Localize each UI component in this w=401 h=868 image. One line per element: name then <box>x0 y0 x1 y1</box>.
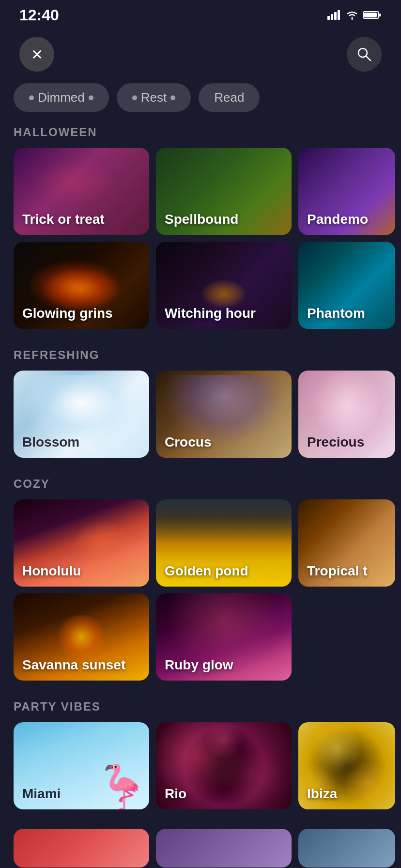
card-label-witching-hour: Witching hour <box>165 306 256 321</box>
card-pandemo[interactable]: Pandemo <box>298 148 395 235</box>
cozy-row-2: Savanna sunset Ruby glow <box>0 593 401 681</box>
scroll-content: HALLOWEEN Trick or treat Spellbound Pand… <box>0 125 401 868</box>
card-label-honolulu: Honolulu <box>22 563 81 579</box>
card-label-precious: Precious <box>307 434 364 450</box>
card-honolulu[interactable]: Honolulu <box>14 499 149 587</box>
card-label-trick-or-treat: Trick or treat <box>22 212 105 227</box>
status-bar: 12:40 <box>0 0 401 27</box>
refreshing-row-1: Blossom Crocus Precious <box>0 371 401 458</box>
card-tropical[interactable]: Tropical t <box>298 499 395 587</box>
card-miami[interactable]: 🦩 Miami <box>14 722 149 809</box>
card-ibiza[interactable]: Ibiza <box>298 722 395 809</box>
section-refreshing: REFRESHING Blossom Crocus Precious <box>0 348 401 458</box>
wifi-icon <box>346 10 358 20</box>
card-label-ruby-glow: Ruby glow <box>165 657 233 673</box>
svg-rect-3 <box>338 10 340 20</box>
filter-row: Dimmed Rest Read <box>0 83 401 125</box>
close-icon: ✕ <box>31 46 43 63</box>
card-label-savanna-sunset: Savanna sunset <box>22 657 125 673</box>
card-witching-hour[interactable]: Witching hour <box>156 242 292 329</box>
halloween-row-2: Glowing grins Witching hour Phantom <box>0 242 401 329</box>
svg-rect-5 <box>379 14 381 16</box>
card-crocus[interactable]: Crocus <box>156 371 292 458</box>
card-label-phantom: Phantom <box>307 306 365 321</box>
close-button[interactable]: ✕ <box>19 37 54 72</box>
filter-dimmed-label: Dimmed <box>38 90 85 105</box>
card-label-golden-pond: Golden pond <box>165 563 248 579</box>
top-bar: ✕ <box>0 27 401 83</box>
section-title-halloween: HALLOWEEN <box>0 125 401 148</box>
filter-rest[interactable]: Rest <box>117 83 191 112</box>
section-title-party-vibes: PARTY VIBES <box>0 700 401 722</box>
svg-rect-2 <box>334 12 337 20</box>
card-spellbound[interactable]: Spellbound <box>156 148 292 235</box>
status-icons <box>327 10 382 20</box>
card-label-ibiza: Ibiza <box>307 786 337 802</box>
card-ruby-glow[interactable]: Ruby glow <box>156 593 292 681</box>
card-label-pandemo: Pandemo <box>307 212 368 227</box>
card-label-miami: Miami <box>22 786 61 802</box>
card-rio[interactable]: Rio <box>156 722 292 809</box>
halloween-row-1: Trick or treat Spellbound Pandemo <box>0 148 401 235</box>
section-title-cozy: COZY <box>0 477 401 499</box>
filter-dimmed-dot2 <box>89 95 93 100</box>
card-savanna-sunset[interactable]: Savanna sunset <box>14 593 149 681</box>
card-label-rio: Rio <box>165 786 186 802</box>
search-button[interactable] <box>347 37 382 72</box>
bottom-card-2[interactable] <box>156 829 292 868</box>
filter-rest-dot2 <box>170 95 175 100</box>
section-cozy: COZY Honolulu Golden pond Tropical t <box>0 477 401 681</box>
svg-rect-6 <box>364 13 377 17</box>
card-label-glowing-grins: Glowing grins <box>22 306 113 321</box>
status-time: 12:40 <box>19 6 59 24</box>
card-label-tropical: Tropical t <box>307 563 367 579</box>
bottom-card-1[interactable] <box>14 829 149 868</box>
card-golden-pond[interactable]: Golden pond <box>156 499 292 587</box>
filter-dimmed[interactable]: Dimmed <box>14 83 109 112</box>
signal-icon <box>327 10 341 20</box>
card-trick-or-treat[interactable]: Trick or treat <box>14 148 149 235</box>
svg-line-8 <box>366 56 370 61</box>
bottom-card-3[interactable] <box>298 829 395 868</box>
card-glowing-grins[interactable]: Glowing grins <box>14 242 149 329</box>
filter-rest-label: Rest <box>141 90 167 105</box>
card-label-spellbound: Spellbound <box>165 212 238 227</box>
card-phantom[interactable]: Phantom <box>298 242 395 329</box>
section-party-vibes: PARTY VIBES 🦩 Miami Rio Ibiza <box>0 700 401 809</box>
svg-rect-1 <box>331 14 333 20</box>
section-title-refreshing: REFRESHING <box>0 348 401 371</box>
filter-dimmed-dot <box>29 95 34 100</box>
card-label-blossom: Blossom <box>22 434 79 450</box>
svg-rect-0 <box>327 16 330 20</box>
card-label-crocus: Crocus <box>165 434 211 450</box>
section-halloween: HALLOWEEN Trick or treat Spellbound Pand… <box>0 125 401 329</box>
card-blossom[interactable]: Blossom <box>14 371 149 458</box>
party-row-1: 🦩 Miami Rio Ibiza <box>0 722 401 809</box>
search-icon <box>356 46 372 62</box>
cozy-row-1: Honolulu Golden pond Tropical t <box>0 499 401 587</box>
filter-read-label: Read <box>214 90 244 105</box>
battery-icon <box>363 10 382 20</box>
filter-read[interactable]: Read <box>199 83 260 112</box>
card-precious[interactable]: Precious <box>298 371 395 458</box>
filter-rest-dot <box>132 95 137 100</box>
bottom-partial-row <box>0 829 401 868</box>
